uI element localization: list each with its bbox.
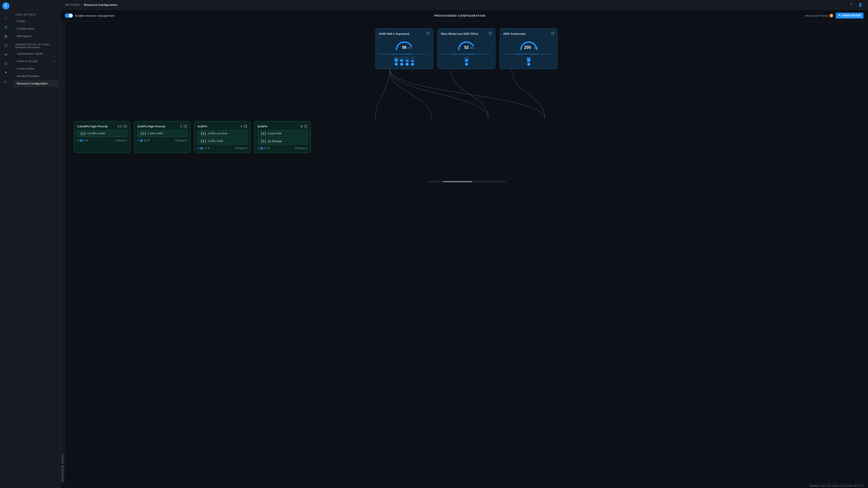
sidebar-item-layers[interactable]: ◫ xyxy=(2,41,10,49)
sidebar-item-home[interactable]: ⌂ xyxy=(2,14,10,22)
sidebar-item-share[interactable]: ⇄ xyxy=(2,50,10,58)
sidebar-item-grid[interactable]: ⊞ xyxy=(2,32,10,40)
profile-count: 0.5 ⬛ xyxy=(118,125,127,128)
cpu-stat-icon: ⚙ xyxy=(208,147,210,150)
queue-bar: 1 xyxy=(527,57,531,66)
resource-bar-icon: ▐▐▐ xyxy=(260,132,266,135)
diagram-content: H100 Half a Superpod ⓘ 56 /64 xyxy=(65,22,868,180)
pencil-icon: ✎ xyxy=(839,14,841,17)
user-settings-label: USER SETTINGS xyxy=(12,10,60,18)
profile-count: 2 ⬛ xyxy=(180,125,187,128)
queue-bar: 1 xyxy=(394,57,398,66)
bar-badge: 1 xyxy=(527,63,530,66)
pool-card-bare-metal: Bare Metal Low END GPUs ⓘ 52 /60 xyxy=(438,28,495,69)
gauge-container: 56 /64 xyxy=(379,37,430,51)
profile-card-header: 8xGPU 8 ⬛ xyxy=(258,125,307,128)
users-icon: 👥 xyxy=(80,139,83,142)
pool-card-title: Bare Metal Low END GPUs ⓘ xyxy=(441,32,492,36)
resource-bar-icon: ▐▐▐ xyxy=(260,140,266,143)
nav-item-access-rules[interactable]: Access Rules xyxy=(13,65,59,72)
nav-item-admin-vaults[interactable]: Administrator Vaults xyxy=(13,50,59,57)
scrollbar-thumb[interactable] xyxy=(443,181,472,182)
policies-button[interactable]: 1 Policies ▾ xyxy=(175,139,187,142)
policies-button[interactable]: 1 Policies ▾ xyxy=(114,139,127,142)
gauge-svg: 200 /200 xyxy=(518,37,540,51)
profile-card-footer: 9 👥 0 ⚙ 1 Policies ▾ xyxy=(77,139,127,142)
main-content: SETTINGS / Resource Configuration ? 👤 En… xyxy=(60,0,868,488)
cpu-stat-icon: ⚙ xyxy=(86,139,88,142)
pool-info-icon[interactable]: ⓘ xyxy=(427,32,430,36)
resource-policies-link[interactable]: Resource Policies 8 xyxy=(805,14,833,18)
users-stat: 1 👥 28 ⚙ xyxy=(137,139,150,142)
app-logo[interactable]: C xyxy=(2,2,9,9)
bar-visual xyxy=(410,57,414,62)
diagram-area: RESOURCE POOLS H100 Half a Superpod ⓘ xyxy=(60,22,868,484)
user-profile-button[interactable]: 👤 xyxy=(857,2,864,8)
toggle-container: Enable resource management xyxy=(65,13,115,18)
horizontal-scrollbar[interactable] xyxy=(65,180,868,184)
svg-text:/200: /200 xyxy=(534,47,538,49)
open-editor-button[interactable]: ✎ OPEN EDITOR xyxy=(836,13,864,19)
bar-visual xyxy=(394,57,398,62)
chevron-down-icon: ▾ xyxy=(126,139,127,142)
provisioned-config-title: PROVISIONED CONFIGURATION xyxy=(434,14,486,18)
pool-card-title: AWS Autoscaler ⓘ xyxy=(503,32,554,36)
help-button[interactable]: ? xyxy=(848,2,855,8)
right-actions: Resource Policies 8 ✎ OPEN EDITOR xyxy=(805,13,864,19)
nav-item-profile[interactable]: Profile xyxy=(13,18,59,25)
users-icon: 👥 xyxy=(140,139,143,142)
nav-item-workspace[interactable]: Workspace xyxy=(13,33,59,39)
svg-text:56: 56 xyxy=(402,45,406,50)
chevron-down-icon: ▾ xyxy=(306,147,307,150)
profile-card-2xgpu: 2xGPU High Priority 2 ⬛ ▐▐▐ 2 GPU H100 xyxy=(134,121,191,153)
pool-card-title: H100 Half a Superpod ⓘ xyxy=(379,32,430,36)
bar-badge: 1 xyxy=(395,63,398,66)
bar-visual xyxy=(527,57,531,62)
policies-button[interactable]: 3 Policies ▾ xyxy=(295,147,307,150)
profile-count: 8 ⬛ xyxy=(301,125,307,128)
bar-badge: 3 xyxy=(405,63,409,66)
diagram-main[interactable]: H100 Half a Superpod ⓘ 56 /64 xyxy=(65,22,868,484)
pool-info-icon[interactable]: ⓘ xyxy=(551,32,554,36)
execution-priority: EXECUTION PRIORITY → xyxy=(503,53,554,55)
bar-visual xyxy=(405,57,409,62)
enable-resource-management-toggle[interactable] xyxy=(65,13,73,18)
queue-bars: 1 2 xyxy=(379,57,430,66)
sidebar-item-database[interactable]: ⊡ xyxy=(2,59,10,67)
bar-badge: 1 xyxy=(465,63,468,66)
status-bar: WebApp: 3.23.0-136 • Server: 3.23.0-1464… xyxy=(60,484,868,488)
profile-count: 4 ⬛ xyxy=(241,125,247,128)
sidebar-item-settings[interactable]: ⚙ xyxy=(2,23,10,31)
admin-settings-label: ADMINISTRATOR SETTINGS Enterprise Worksp… xyxy=(12,40,60,50)
resource-profiles-row: 0.5xGPU High Priority 0.5 ⬛ ▐▐▐ 0.5 GPU … xyxy=(69,119,864,155)
scrollbar-track[interactable] xyxy=(427,181,506,182)
queue-bars: 1 xyxy=(441,57,492,66)
nav-item-configuration[interactable]: Configuration xyxy=(13,25,59,32)
sidebar-item-wrench[interactable]: ✦ xyxy=(2,68,10,76)
svg-text:52: 52 xyxy=(464,45,469,50)
gauge-container: 200 /200 xyxy=(503,37,554,51)
cpu-icon: ⬛ xyxy=(183,125,187,128)
breadcrumb: SETTINGS / Resource Configuration xyxy=(65,3,118,6)
pool-info-icon[interactable]: ⓘ xyxy=(489,32,492,36)
sidebar-item-deploy[interactable]: ▷ xyxy=(2,77,10,86)
cpu-icon: ⬛ xyxy=(243,125,247,128)
profile-card-4xgpu: 4xGPU 4 ⬛ ▐▐▐ 4 GPU Low End xyxy=(194,121,251,153)
cpu-icon: ⬛ xyxy=(123,125,127,128)
resource-bar-icon: ▐▐▐ xyxy=(200,140,206,143)
policies-button[interactable]: 2 Policies ▾ xyxy=(235,147,247,150)
nav-item-users-groups[interactable]: Users & Groups ▾ xyxy=(13,58,59,65)
content-toolbar: Enable resource management PROVISIONED C… xyxy=(60,10,868,22)
nav-item-resource-configuration[interactable]: Resource Configuration xyxy=(13,80,59,87)
resource-item: ▐▐▐ 4 GPU Low End xyxy=(197,130,247,137)
nav-item-identity-providers[interactable]: Identity Providers xyxy=(13,72,59,79)
settings-nav-header xyxy=(12,0,60,10)
profile-card-footer: 1 👥 28 ⚙ 1 Policies ▾ xyxy=(137,139,187,142)
users-icon: 👥 xyxy=(200,147,203,150)
profile-card-header: 0.5xGPU High Priority 0.5 ⬛ xyxy=(77,125,127,128)
queue-bar: 2 xyxy=(400,57,404,66)
resource-pools-row: H100 Half a Superpod ⓘ 56 /64 xyxy=(69,26,864,69)
cpu-stat-icon: ⚙ xyxy=(268,147,270,150)
profile-card-0.5xgpu: 0.5xGPU High Priority 0.5 ⬛ ▐▐▐ 0.5 GPU … xyxy=(74,121,130,153)
profile-card-footer: 8 👥 13 ⚙ 2 Policies ▾ xyxy=(197,147,247,150)
